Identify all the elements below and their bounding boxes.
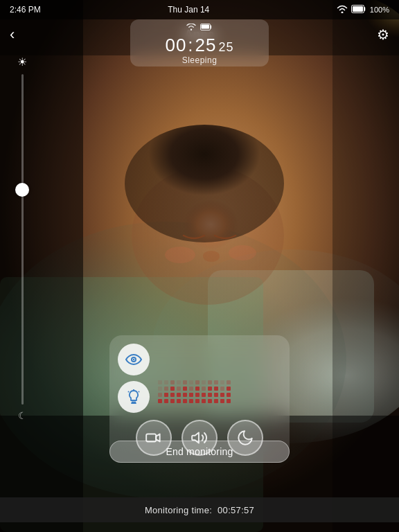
wifi-icon <box>337 5 348 15</box>
status-date: Thu Jan 14 <box>168 5 209 15</box>
timer-panel: 00 : 25 25 Sleeping <box>130 19 269 66</box>
status-indicators: 100% <box>337 5 389 15</box>
brightness-thumb[interactable] <box>15 183 29 197</box>
svg-rect-18 <box>353 6 363 12</box>
svg-point-8 <box>125 125 284 242</box>
timer-status: Sleeping <box>182 55 218 65</box>
top-section <box>118 344 281 413</box>
brightness-track[interactable] <box>21 74 24 405</box>
monitoring-time-value: 00:57:57 <box>218 505 254 515</box>
monitoring-time-bar: Monitoring time: 00:57:57 <box>0 497 399 522</box>
wifi-small-icon <box>186 21 196 33</box>
brightness-slider[interactable]: ☀ ☾ <box>11 55 33 421</box>
end-monitoring-button[interactable]: End monitoring <box>109 441 290 463</box>
camera-view-button[interactable] <box>118 344 150 375</box>
brightness-min-icon: ☾ <box>18 410 27 421</box>
settings-button[interactable]: ⚙ <box>367 26 389 43</box>
timer-seconds: 25 <box>219 41 234 53</box>
end-monitoring-label: End monitoring <box>166 446 233 457</box>
battery-small-icon <box>200 21 213 33</box>
svg-point-11 <box>229 245 256 260</box>
svg-line-26 <box>128 391 129 392</box>
timer-minutes: 25 <box>195 36 217 54</box>
icon-column <box>118 344 150 413</box>
svg-point-9 <box>203 251 220 262</box>
svg-point-10 <box>165 247 195 263</box>
battery-percent: 100% <box>370 6 389 14</box>
brightness-max-icon: ☀ <box>17 55 27 69</box>
svg-line-27 <box>139 391 139 392</box>
monitoring-time-label: Monitoring time: 00:57:57 <box>145 505 254 515</box>
status-bar: 2:46 PM Thu Jan 14 100% <box>0 0 399 19</box>
svg-rect-20 <box>202 25 210 29</box>
dot-matrix <box>158 380 278 403</box>
back-button[interactable]: ‹ <box>10 26 32 44</box>
sound-viz <box>155 344 281 406</box>
svg-point-22 <box>133 359 134 360</box>
status-time: 2:46 PM <box>10 5 41 15</box>
battery-icon <box>351 5 366 15</box>
timer-panel-icons <box>186 21 213 33</box>
timer-hours: 00 <box>165 36 186 54</box>
timer-display: 00 : 25 25 <box>165 36 233 54</box>
light-button[interactable] <box>118 381 150 413</box>
